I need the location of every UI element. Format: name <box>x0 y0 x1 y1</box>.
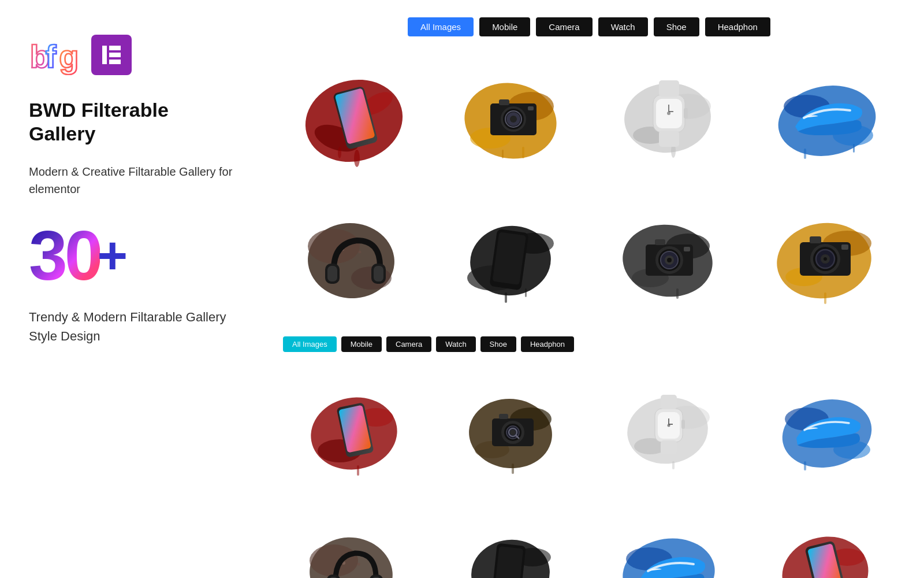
page-wrapper: b f g <box>0 0 924 578</box>
filter-bar-mid: All Images Mobile Camera Watch Shoe Head… <box>277 328 907 361</box>
logo-area: b f g <box>29 35 237 75</box>
filter-bar-top: All Images Mobile Camera Watch Shoe Head… <box>271 12 907 48</box>
svg-rect-73 <box>655 239 665 245</box>
svg-rect-38 <box>684 108 688 118</box>
filter-camera-mid[interactable]: Camera <box>386 336 431 352</box>
svg-point-10 <box>354 150 360 167</box>
svg-rect-91 <box>357 465 359 476</box>
gallery-item-3[interactable] <box>591 48 744 188</box>
svg-rect-54 <box>374 266 383 281</box>
svg-point-102 <box>510 429 516 435</box>
filter-watch-top[interactable]: Watch <box>598 17 648 36</box>
filter-headphon-mid[interactable]: Headphon <box>521 336 574 352</box>
filter-headphon-top[interactable]: Headphon <box>705 17 770 36</box>
svg-text:g: g <box>59 38 79 75</box>
svg-point-128 <box>357 563 360 566</box>
svg-rect-65 <box>676 288 679 299</box>
gallery-item-10[interactable] <box>434 361 587 501</box>
svg-rect-122 <box>804 461 806 470</box>
svg-point-23 <box>510 116 517 123</box>
filter-shoe-mid[interactable]: Shoe <box>480 336 516 352</box>
gallery-item-2[interactable] <box>434 48 587 188</box>
svg-rect-17 <box>522 147 524 158</box>
filter-mobile-mid[interactable]: Mobile <box>341 336 382 352</box>
svg-rect-97 <box>512 464 514 474</box>
svg-rect-18 <box>502 150 504 158</box>
svg-rect-37 <box>659 131 679 147</box>
svg-rect-25 <box>499 99 509 105</box>
gallery-item-6[interactable] <box>434 188 587 328</box>
gallery-item-14[interactable] <box>434 501 587 578</box>
bfg-logo: b f g <box>29 35 81 75</box>
filter-watch-mid[interactable]: Watch <box>436 336 475 352</box>
count-area: 30 + <box>29 221 237 290</box>
gallery-description-2: Trendy & Modern Filtarable Gallery Style… <box>29 307 237 346</box>
gallery-row-1 <box>271 48 907 188</box>
filter-mobile-top[interactable]: Mobile <box>479 17 530 36</box>
gallery-item-15[interactable] <box>591 501 744 578</box>
svg-point-11 <box>338 147 341 158</box>
svg-rect-43 <box>853 144 855 153</box>
gallery-item-13[interactable] <box>277 501 431 578</box>
svg-point-33 <box>667 112 670 115</box>
svg-rect-116 <box>661 395 677 409</box>
svg-rect-53 <box>327 266 337 281</box>
gallery-item-7[interactable] <box>591 188 744 328</box>
gallery-item-16[interactable] <box>747 501 901 578</box>
svg-rect-3 <box>102 46 107 64</box>
gallery-item-12[interactable] <box>747 361 901 501</box>
right-panel: All Images Mobile Camera Watch Shoe Head… <box>266 0 924 578</box>
svg-point-84 <box>824 257 827 261</box>
svg-rect-26 <box>528 106 534 110</box>
svg-rect-42 <box>804 149 806 159</box>
svg-rect-139 <box>495 546 524 578</box>
filter-camera-top[interactable]: Camera <box>536 17 592 36</box>
svg-rect-110 <box>672 461 675 469</box>
gallery-row-3 <box>271 361 907 501</box>
gallery-item-1[interactable] <box>277 48 431 188</box>
filter-all-images-mid[interactable]: All Images <box>283 336 337 352</box>
svg-point-49 <box>359 251 362 254</box>
gallery-title: BWD Filterable Gallery <box>29 92 237 146</box>
left-panel: b f g <box>0 0 266 578</box>
svg-rect-118 <box>681 420 685 429</box>
gallery-item-9[interactable] <box>277 361 431 501</box>
gallery-item-8[interactable] <box>747 188 901 328</box>
svg-rect-58 <box>505 292 507 303</box>
gallery-row-4 <box>271 501 907 578</box>
svg-rect-36 <box>659 80 679 97</box>
elementor-logo <box>91 35 132 75</box>
svg-rect-106 <box>499 414 508 419</box>
svg-point-44 <box>305 220 398 302</box>
svg-rect-78 <box>824 292 826 304</box>
svg-rect-86 <box>810 236 821 243</box>
svg-rect-6 <box>109 60 121 64</box>
svg-rect-74 <box>684 247 690 251</box>
svg-rect-5 <box>109 53 121 57</box>
svg-rect-117 <box>661 440 677 454</box>
gallery-item-4[interactable] <box>747 48 901 188</box>
svg-text:f: f <box>46 38 57 75</box>
filter-shoe-top[interactable]: Shoe <box>654 17 699 36</box>
svg-rect-59 <box>525 288 527 297</box>
gallery-description: Modern & Creative Filtarable Gallery for… <box>29 163 237 198</box>
svg-rect-87 <box>841 244 848 250</box>
gallery-row-2 <box>271 188 907 328</box>
filter-all-images-top[interactable]: All Images <box>408 17 474 36</box>
gallery-item-5[interactable] <box>277 188 431 328</box>
gallery-item-11[interactable] <box>591 361 744 501</box>
svg-rect-4 <box>109 46 121 50</box>
svg-point-71 <box>667 258 672 262</box>
